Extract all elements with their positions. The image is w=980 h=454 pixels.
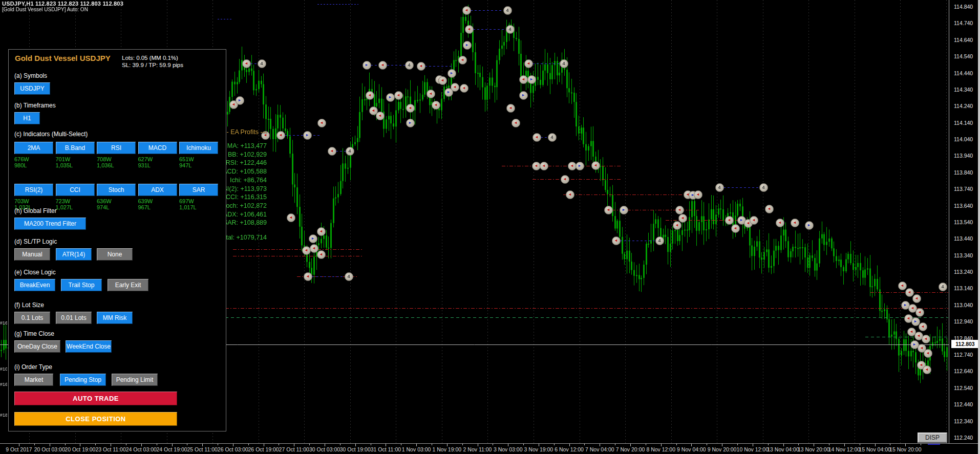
trade-marker[interactable]: 4 [503, 6, 512, 15]
trade-marker[interactable]: ▸ [303, 131, 312, 140]
trade-marker[interactable]: ◂ [765, 205, 774, 213]
trade-marker[interactable]: ◂ [694, 190, 702, 199]
trade-marker[interactable]: ▸ [309, 234, 317, 243]
trade-marker[interactable]: ◂ [317, 119, 326, 127]
trade-marker[interactable]: ◂ [915, 308, 924, 317]
trade-marker[interactable]: 4 [346, 147, 354, 156]
close-position-button[interactable]: CLOSE POSITION [14, 412, 177, 426]
button-market[interactable]: Market [14, 374, 53, 386]
trade-marker[interactable]: ◂ [750, 216, 758, 225]
trade-marker[interactable]: ◂ [287, 213, 295, 222]
trade-marker[interactable]: ◂ [731, 224, 740, 233]
trade-marker[interactable]: ◂ [406, 104, 415, 113]
trade-marker[interactable]: ◂ [458, 56, 467, 64]
trade-marker[interactable]: 4 [759, 183, 768, 192]
trade-marker[interactable]: ▸ [363, 61, 371, 70]
trade-marker[interactable]: ▸ [448, 69, 456, 78]
trade-marker[interactable]: ◂ [924, 349, 932, 358]
trade-marker[interactable]: ◂ [898, 282, 907, 290]
button-stoch[interactable]: Stoch [97, 184, 136, 196]
trade-marker[interactable]: ◂ [438, 76, 447, 85]
trade-marker[interactable]: ▸ [620, 206, 628, 214]
trade-marker[interactable]: ◂ [328, 147, 336, 156]
button-breakeven[interactable]: BreakEven [14, 279, 55, 291]
trade-marker[interactable]: 4 [405, 61, 414, 70]
trade-marker[interactable]: ◂ [675, 206, 684, 214]
trade-marker[interactable]: ◂ [561, 175, 569, 184]
trade-marker[interactable]: ◂ [317, 250, 326, 259]
trade-marker[interactable]: ◂ [506, 104, 515, 113]
trade-marker[interactable]: ◂ [905, 288, 914, 297]
button-usdjpy[interactable]: USDJPY [14, 82, 50, 95]
button-none[interactable]: None [97, 248, 133, 261]
trade-marker[interactable]: ◂ [923, 365, 931, 374]
button-0-01-lots[interactable]: 0.01 Lots [56, 312, 92, 324]
time-axis[interactable]: 9 Oct 201720 Oct 03:0020 Oct 19:0023 Oct… [0, 443, 980, 454]
trade-marker[interactable]: ◂ [317, 227, 326, 236]
button-adx[interactable]: ADX [138, 184, 177, 196]
trade-marker[interactable]: ◂ [540, 162, 548, 170]
trade-marker[interactable]: ◂ [673, 221, 681, 230]
trade-marker[interactable]: ▸ [527, 75, 536, 84]
trade-marker[interactable]: ◂ [776, 219, 784, 227]
trade-marker[interactable]: ◂ [460, 84, 468, 93]
trade-marker[interactable]: ◂ [519, 75, 528, 84]
button-early-exit[interactable]: Early Exit [108, 279, 148, 291]
trade-marker[interactable]: ◂ [465, 25, 474, 34]
trade-marker[interactable]: ▸ [236, 96, 244, 105]
button-rsi[interactable]: RSI [97, 142, 136, 154]
trade-marker[interactable]: ◂ [512, 119, 520, 127]
trade-marker[interactable]: 4 [939, 283, 947, 291]
button-pending-stop[interactable]: Pending Stop [60, 374, 106, 386]
trade-marker[interactable]: ◂ [302, 246, 311, 255]
button-oneday-close[interactable]: OneDay Close [14, 340, 60, 353]
trade-marker[interactable]: ◂ [791, 219, 799, 227]
trade-marker[interactable]: ◂ [276, 131, 285, 140]
trade-marker[interactable]: ◂ [532, 162, 541, 170]
button-cci[interactable]: CCI [56, 184, 95, 196]
trade-marker[interactable]: ▸ [519, 91, 528, 100]
trade-marker[interactable]: ◂ [591, 161, 600, 170]
button-2ma[interactable]: 2MA [14, 142, 53, 154]
trade-marker[interactable]: ◂ [568, 162, 577, 170]
trade-marker[interactable]: ◂ [310, 244, 318, 253]
trade-marker[interactable]: ◂ [242, 59, 251, 68]
button-b-band[interactable]: B.Band [56, 142, 95, 154]
disp-button[interactable]: DISP [918, 433, 947, 443]
trade-marker[interactable]: ◂ [532, 133, 541, 142]
trade-marker[interactable]: ◂ [462, 6, 471, 15]
button-trail-stop[interactable]: Trail Stop [61, 279, 102, 291]
trade-marker[interactable]: ▸ [576, 162, 584, 170]
trade-marker[interactable]: ◂ [524, 59, 533, 68]
button-sar[interactable]: SAR [179, 184, 218, 196]
trade-marker[interactable]: ▸ [463, 41, 472, 50]
trade-marker[interactable]: ◂ [451, 83, 459, 92]
trade-marker[interactable]: ▸ [406, 119, 415, 127]
button-rsi-2[interactable]: RSI(2) [14, 184, 53, 196]
trade-marker[interactable]: 4 [655, 236, 664, 245]
button-atr-14[interactable]: ATR(14) [56, 248, 92, 261]
button-0-1-lots[interactable]: 0.1 Lots [14, 312, 50, 324]
button-manual[interactable]: Manual [14, 248, 50, 261]
trade-marker[interactable]: ◂ [376, 112, 385, 120]
trade-marker[interactable]: ▸ [386, 93, 395, 102]
button-macd[interactable]: MACD [138, 142, 177, 154]
trade-marker[interactable]: ◂ [366, 91, 374, 100]
trade-marker[interactable]: 4 [345, 272, 353, 281]
price-axis[interactable]: 114.840114.740114.640114.540114.440114.3… [949, 0, 980, 443]
button-mm-risk[interactable]: MM Risk [97, 312, 133, 324]
trade-marker[interactable]: ◂ [912, 294, 921, 303]
trade-marker[interactable]: ◂ [566, 190, 574, 199]
trade-marker[interactable]: ◂ [919, 322, 927, 331]
trade-marker[interactable]: 4 [715, 183, 724, 192]
auto-trade-button[interactable]: AUTO TRADE [14, 392, 177, 405]
button-ma200-trend-filter[interactable]: MA200 Trend Filter [14, 218, 86, 230]
trade-marker[interactable]: ◂ [678, 214, 687, 223]
trade-marker[interactable]: ◂ [417, 62, 425, 71]
trade-marker[interactable]: ◂ [604, 206, 613, 214]
trade-marker[interactable]: 4 [548, 133, 557, 142]
button-ichimoku[interactable]: Ichimoku [179, 142, 218, 154]
trade-marker[interactable]: ◂ [922, 335, 930, 343]
trade-marker[interactable]: ◂ [394, 91, 403, 100]
trade-marker[interactable]: 4 [506, 25, 515, 34]
